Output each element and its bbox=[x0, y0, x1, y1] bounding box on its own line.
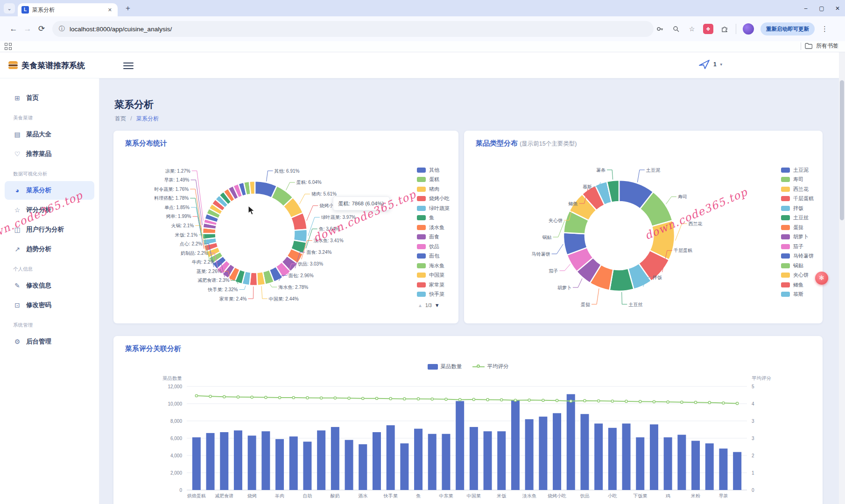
line-marker[interactable] bbox=[500, 399, 503, 401]
line-marker[interactable] bbox=[417, 398, 419, 400]
legend-item[interactable]: 淡水鱼 bbox=[417, 223, 450, 232]
tab-close-icon[interactable]: ✕ bbox=[106, 6, 114, 14]
reload-button[interactable]: ⟳ bbox=[35, 24, 49, 34]
bar[interactable] bbox=[248, 435, 256, 490]
bar[interactable] bbox=[497, 431, 506, 490]
legend-item[interactable]: 马铃薯饼 bbox=[781, 252, 814, 261]
line-marker[interactable] bbox=[681, 401, 683, 403]
scrollbar-thumb[interactable] bbox=[840, 80, 844, 220]
line-marker[interactable] bbox=[584, 399, 586, 402]
send-plane-icon[interactable] bbox=[698, 59, 711, 70]
line-marker[interactable] bbox=[667, 401, 669, 403]
legend-item[interactable]: 面包 bbox=[417, 252, 450, 261]
line-marker[interactable] bbox=[570, 400, 572, 402]
line-marker[interactable] bbox=[334, 397, 336, 399]
bar[interactable] bbox=[691, 441, 700, 490]
page-scrollbar[interactable] bbox=[839, 52, 845, 504]
bar[interactable] bbox=[234, 430, 242, 490]
legend-item[interactable]: 茄子 bbox=[781, 242, 814, 252]
bar[interactable] bbox=[580, 414, 589, 490]
bar[interactable] bbox=[331, 427, 339, 490]
sidebar-item-pie[interactable]: ◕菜系分析 bbox=[5, 181, 94, 200]
legend-item[interactable]: 海水鱼 bbox=[417, 261, 450, 271]
bar[interactable] bbox=[442, 434, 450, 490]
bar[interactable] bbox=[594, 424, 603, 490]
legend-item[interactable]: 胡萝卜 bbox=[781, 232, 814, 242]
legend-item[interactable]: 中国菜 bbox=[417, 271, 450, 280]
bar[interactable] bbox=[373, 432, 381, 490]
bar[interactable] bbox=[511, 400, 520, 490]
line-marker[interactable] bbox=[292, 396, 295, 399]
legend-item[interactable]: 土豆泥 bbox=[781, 165, 814, 175]
line-marker[interactable] bbox=[598, 399, 600, 402]
bar[interactable] bbox=[387, 425, 395, 490]
bar[interactable] bbox=[289, 436, 298, 490]
pinned-extension-icon[interactable]: ❖ bbox=[703, 24, 713, 34]
bar[interactable] bbox=[317, 430, 325, 490]
line-marker[interactable] bbox=[542, 399, 544, 401]
window-minimize-button[interactable]: – bbox=[802, 5, 810, 12]
bar[interactable] bbox=[677, 435, 686, 490]
legend-item[interactable]: 面食 bbox=[417, 232, 450, 242]
line-marker[interactable] bbox=[209, 395, 211, 398]
sidebar-item-home[interactable]: ⊞首页 bbox=[5, 89, 94, 107]
sidebar-item-heart[interactable]: ♡推荐菜品 bbox=[5, 145, 94, 163]
bar[interactable] bbox=[664, 437, 672, 490]
legend-item[interactable]: 锅贴 bbox=[781, 261, 814, 271]
bar[interactable] bbox=[470, 427, 478, 490]
cuisine-distribution-donut-chart[interactable]: 其他: 6.91%蛋糕: 6.04%猪肉: 5.61%烧烤小吃: 5.21%绿叶… bbox=[113, 131, 458, 323]
bar[interactable] bbox=[303, 441, 311, 490]
legend-item[interactable]: 土豆丝 bbox=[781, 213, 814, 223]
dish-type-donut-chart[interactable]: 土豆泥寿司西兰花千层蛋糕拌饭土豆丝蛋挞胡萝卜茄子马铃薯饼锅贴夹心饼鲫鱼慕斯薯条 bbox=[464, 131, 823, 323]
legend-item[interactable]: 拌饭 bbox=[781, 203, 814, 213]
apps-grid-icon[interactable] bbox=[5, 43, 12, 50]
line-marker[interactable] bbox=[362, 397, 364, 399]
bar[interactable] bbox=[414, 429, 422, 490]
line-marker[interactable] bbox=[459, 399, 461, 401]
legend-page-down-icon[interactable]: ▼ bbox=[435, 302, 440, 308]
bar[interactable] bbox=[539, 417, 547, 490]
line-marker[interactable] bbox=[611, 400, 613, 402]
legend-item[interactable]: 绿叶蔬菜 bbox=[417, 203, 450, 213]
bar[interactable] bbox=[636, 437, 644, 490]
legend-item[interactable]: 夹心饼 bbox=[781, 271, 814, 280]
forward-button[interactable]: → bbox=[21, 24, 35, 34]
bar[interactable] bbox=[192, 437, 201, 490]
line-marker[interactable] bbox=[625, 400, 627, 402]
legend-item[interactable]: 寿司 bbox=[781, 175, 814, 185]
legend-item[interactable]: 其他 bbox=[417, 165, 450, 175]
line-marker[interactable] bbox=[708, 401, 711, 404]
sidebar-toggle-button[interactable] bbox=[123, 61, 134, 71]
legend-item[interactable]: 慕斯 bbox=[781, 290, 814, 300]
bar[interactable] bbox=[428, 434, 437, 490]
address-bar[interactable]: ⓘ localhost:8000/app/cuisine_analysis/ bbox=[52, 21, 654, 37]
bar[interactable] bbox=[567, 394, 575, 490]
legend-page-up-icon[interactable]: ▲ bbox=[418, 303, 422, 308]
bar[interactable] bbox=[525, 419, 534, 490]
search-icon[interactable] bbox=[671, 24, 681, 34]
profile-avatar[interactable] bbox=[743, 23, 754, 35]
new-tab-button[interactable]: + bbox=[122, 3, 134, 14]
sidebar-item-edit[interactable]: ✎修改信息 bbox=[5, 276, 94, 295]
site-info-icon[interactable]: ⓘ bbox=[59, 25, 65, 33]
legend-item[interactable]: 快手菜 bbox=[417, 290, 450, 300]
bar[interactable] bbox=[261, 431, 270, 490]
line-marker[interactable] bbox=[375, 397, 378, 399]
line-marker[interactable] bbox=[736, 402, 739, 405]
legend-item[interactable]: 西兰花 bbox=[781, 184, 814, 194]
line-marker[interactable] bbox=[251, 396, 253, 398]
legend-item[interactable]: 鲫鱼 bbox=[781, 280, 814, 290]
legend-item[interactable]: 饮品 bbox=[417, 242, 450, 252]
line-marker[interactable] bbox=[472, 398, 475, 400]
bar[interactable] bbox=[608, 428, 617, 490]
line-marker[interactable] bbox=[195, 394, 197, 397]
bar[interactable] bbox=[719, 448, 727, 490]
line-marker[interactable] bbox=[223, 396, 225, 398]
breadcrumb-home-link[interactable]: 首页 bbox=[115, 115, 126, 122]
sidebar-item-gear[interactable]: ⚙后台管理 bbox=[5, 332, 94, 351]
line-marker[interactable] bbox=[278, 396, 281, 399]
bar[interactable] bbox=[553, 413, 561, 490]
line-marker[interactable] bbox=[445, 398, 447, 400]
bar[interactable] bbox=[206, 433, 215, 490]
line-marker[interactable] bbox=[486, 399, 489, 401]
